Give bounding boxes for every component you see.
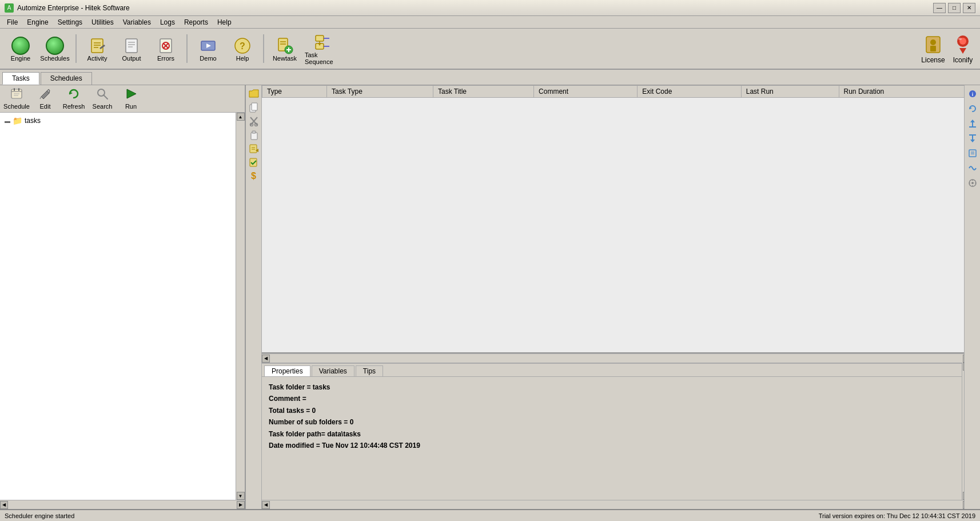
bottom-tab-properties[interactable]: Properties: [264, 365, 310, 376]
side-icon-2[interactable]: [966, 102, 979, 115]
menu-item-logs[interactable]: Logs: [156, 17, 180, 27]
left-tool-refresh[interactable]: Refresh: [62, 88, 86, 110]
minimize-button[interactable]: —: [933, 3, 946, 13]
left-tool-schedule[interactable]: Schedule: [5, 88, 29, 110]
svg-line-47: [103, 95, 107, 99]
svg-marker-35: [959, 48, 966, 54]
middle-copy[interactable]: [248, 101, 260, 114]
toolbar-tasksequence[interactable]: Task Sequence: [303, 30, 342, 67]
toolbar-right: License Iconify: [921, 31, 975, 66]
svg-rect-39: [18, 88, 19, 91]
middle-cut[interactable]: [248, 115, 260, 128]
statusbar: Scheduler engine started Trial version e…: [0, 509, 980, 521]
prop-line-3: Total tasks = 0: [269, 405, 955, 416]
menu-item-variables[interactable]: Variables: [118, 17, 156, 27]
svg-rect-38: [14, 88, 15, 91]
table-hscroll[interactable]: ◀ ▶: [262, 353, 971, 363]
status-left: Scheduler engine started: [5, 512, 74, 519]
menu-item-file[interactable]: File: [2, 17, 22, 27]
middle-dollar[interactable]: $: [248, 170, 260, 182]
side-icon-7[interactable]: [966, 177, 979, 189]
prop-line-5: Task folder path= data\tasks: [269, 428, 955, 440]
side-icons: i: [964, 85, 980, 509]
maximize-button[interactable]: □: [948, 3, 961, 13]
bottom-tabs: Properties Variables Tips: [262, 364, 962, 377]
titlebar-controls[interactable]: — □ ✕: [933, 3, 975, 13]
tab-tasks[interactable]: Tasks: [2, 72, 39, 85]
right-panel: Type Task Type Task Title Comment Exit C…: [262, 85, 980, 509]
toolbar-output[interactable]: Output: [115, 30, 148, 67]
bottom-panel-wrap: Properties Variables Tips Task folder = …: [262, 363, 971, 500]
left-tool-run[interactable]: Run: [119, 88, 143, 110]
bottom-hscroll[interactable]: ◀ ▶: [262, 500, 971, 509]
iconify-label: Iconify: [953, 56, 973, 64]
toolbar-help[interactable]: ? Help: [226, 30, 258, 67]
folder-icon: 📁: [13, 116, 22, 125]
left-tool-search[interactable]: Search: [90, 88, 114, 110]
left-vscroll[interactable]: ▲ ▼: [236, 113, 245, 500]
toolbar-errors[interactable]: Errors: [150, 30, 182, 67]
engine-label: Engine: [11, 55, 30, 62]
toolbar-activity[interactable]: Activity: [81, 30, 113, 67]
svg-line-44: [40, 97, 41, 99]
demo-icon: [199, 37, 217, 55]
side-icon-6[interactable]: [966, 162, 979, 174]
svg-marker-64: [970, 107, 972, 109]
svg-rect-71: [969, 150, 976, 157]
prop-line-1: Task folder = tasks: [269, 381, 955, 393]
middle-check[interactable]: [248, 156, 260, 169]
svg-rect-56: [252, 131, 256, 133]
search-label: Search: [93, 103, 113, 110]
tab-schedules[interactable]: Schedules: [41, 72, 92, 85]
app-title: Automize Enterprise - Hitek Software: [17, 4, 130, 12]
middle-edit-task[interactable]: [248, 142, 260, 155]
svg-rect-50: [252, 103, 257, 110]
menu-item-utilities[interactable]: Utilities: [87, 17, 118, 27]
toolbar-engine[interactable]: Engine: [5, 30, 37, 67]
newtask-icon: [276, 37, 294, 55]
edit-icon: [39, 88, 51, 103]
side-icon-5[interactable]: [966, 147, 979, 160]
toolbar-separator-2: [186, 34, 188, 63]
tree-item-label: tasks: [25, 117, 41, 125]
close-button[interactable]: ✕: [963, 3, 975, 13]
left-hscroll[interactable]: ◀ ▶: [0, 500, 245, 509]
col-exitcode: Exit Code: [638, 86, 741, 98]
svg-marker-69: [970, 140, 975, 142]
schedule-icon: [10, 88, 23, 103]
menu-item-reports[interactable]: Reports: [180, 17, 213, 27]
edit-label: Edit: [40, 103, 51, 110]
menu-item-engine[interactable]: Engine: [22, 17, 53, 27]
side-icon-1[interactable]: i: [966, 88, 979, 100]
toolbar-schedules[interactable]: Schedules: [39, 30, 71, 67]
side-icon-3[interactable]: [966, 117, 979, 130]
middle-open-folder[interactable]: [248, 88, 260, 100]
schedule-label: Schedule: [3, 103, 30, 110]
svg-point-34: [958, 38, 962, 40]
col-lastrun: Last Run: [741, 86, 839, 98]
prop-line-6: Date modified = Tue Nov 12 10:44:48 CST …: [269, 440, 955, 451]
toolbar-license[interactable]: License: [921, 31, 946, 66]
main-tabs: Tasks Schedules: [0, 70, 980, 85]
toolbar: Engine Schedules Activity: [0, 29, 980, 70]
toolbar-newtask[interactable]: Newtask: [269, 30, 301, 67]
menu-item-help[interactable]: Help: [213, 17, 236, 27]
svg-point-75: [971, 182, 974, 184]
engine-icon: [11, 37, 30, 55]
toolbar-iconify[interactable]: Iconify: [950, 31, 975, 66]
toolbar-demo[interactable]: Demo: [192, 30, 224, 67]
license-label: License: [921, 56, 945, 64]
tree-item-tasks[interactable]: ▬ 📁 tasks: [2, 115, 233, 126]
bottom-tab-tips[interactable]: Tips: [356, 365, 383, 376]
bottom-tab-variables[interactable]: Variables: [312, 365, 354, 376]
refresh-label: Refresh: [63, 103, 85, 110]
svg-rect-61: [250, 158, 257, 166]
tasksequence-label: Task Sequence: [305, 51, 340, 65]
side-icon-4[interactable]: [966, 132, 979, 145]
middle-paste[interactable]: [248, 129, 260, 141]
menu-item-settings[interactable]: Settings: [53, 17, 87, 27]
left-tool-edit[interactable]: Edit: [33, 88, 57, 110]
toolbar-separator-3: [263, 34, 264, 63]
prop-line-4: Number of sub folders = 0: [269, 416, 955, 428]
left-toolbar: Schedule Edit: [0, 85, 245, 113]
